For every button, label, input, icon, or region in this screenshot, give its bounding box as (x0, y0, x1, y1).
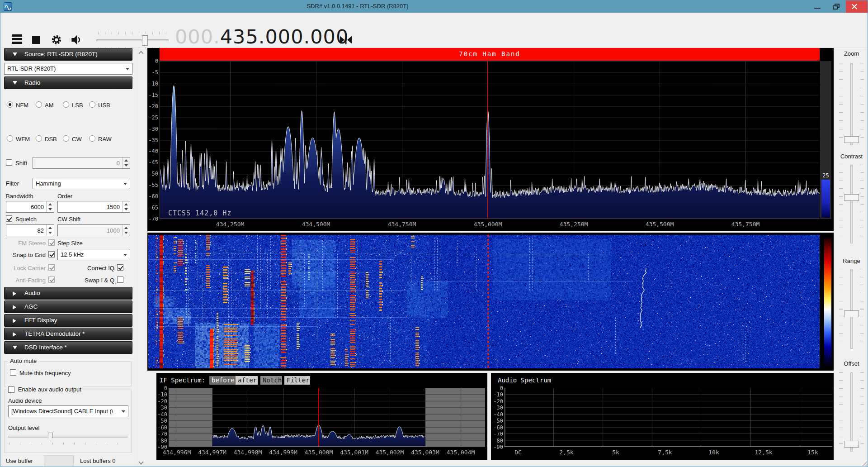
audio-device-label: Audio device (8, 397, 42, 404)
mode-radio-usb[interactable] (89, 101, 95, 108)
if-toggle-before[interactable]: before (209, 376, 236, 385)
center-tune-button[interactable] (340, 35, 352, 45)
lock-carrier-label: Lock Carrier (6, 265, 46, 272)
if-toggle-filter[interactable]: Filter (284, 376, 310, 385)
zoom-slider-thumb[interactable] (844, 136, 859, 143)
y-axis-label: -50 (147, 171, 158, 177)
settings-button[interactable] (51, 34, 62, 46)
rf-spectrum-canvas[interactable] (160, 61, 820, 219)
output-level-thumb[interactable] (48, 433, 53, 441)
enable-aux-checkbox[interactable] (8, 386, 14, 393)
x-axis-label: 435,750M (725, 221, 766, 228)
if-toggle-notch[interactable]: Notch (260, 376, 282, 385)
source-device-select[interactable]: RTL-SDR (R820T) (4, 63, 132, 75)
section-header-fft-display[interactable]: FFT Display (4, 314, 132, 327)
squelch-checkbox[interactable] (6, 215, 12, 222)
stop-button[interactable] (32, 36, 40, 44)
offset-slider-track[interactable] (850, 372, 853, 452)
mute-frequency-checkbox[interactable] (10, 369, 16, 376)
volume-thumb[interactable] (142, 35, 148, 46)
signal-meter: 25 (820, 61, 831, 219)
mode-radio-cw[interactable] (63, 135, 69, 142)
x-axis-label: 435,003M (405, 449, 446, 456)
swap-iq-checkbox[interactable] (117, 276, 123, 283)
mode-radio-wfm[interactable] (7, 135, 13, 142)
band-plan-label: 70cm Ham Band (160, 50, 820, 57)
mode-radio-dsb[interactable] (36, 135, 42, 142)
shift-checkbox[interactable] (6, 159, 12, 166)
waterfall-canvas[interactable] (148, 235, 820, 368)
mode-radio-lsb[interactable] (63, 101, 69, 108)
order-input[interactable]: 1500 (57, 201, 130, 213)
frequency-display[interactable]: 000.435.000.000 (175, 25, 349, 50)
mute-button[interactable] (71, 33, 84, 46)
scroll-up-icon[interactable] (138, 51, 143, 56)
minimize-button[interactable] (808, 0, 827, 13)
mode-radio-nfm[interactable] (7, 101, 13, 108)
menu-button[interactable] (12, 34, 24, 46)
contrast-slider-thumb[interactable] (844, 194, 859, 201)
frequency-value: 435.000.000 (220, 25, 349, 48)
x-axis-label: 434,500M (296, 221, 336, 228)
volume-ticks (98, 32, 167, 34)
section-header-tetra-demodulator[interactable]: TETRA Demodulator * (4, 328, 132, 340)
mode-label-cw: CW (72, 136, 82, 143)
y-axis-label: -20 (156, 398, 167, 405)
order-label: Order (57, 193, 72, 200)
correct-iq-checkbox[interactable] (117, 264, 123, 271)
if-spectrum-canvas[interactable] (169, 388, 485, 447)
restore-button[interactable] (827, 0, 846, 13)
resize-grip[interactable] (861, 460, 867, 466)
audio-device-select[interactable]: [Windows DirectSound] CABLE Input (\ (8, 405, 128, 417)
y-axis-label: -40 (156, 411, 167, 418)
mode-radio-raw[interactable] (89, 135, 95, 142)
squelch-input[interactable]: 82 (6, 224, 54, 236)
spinner-buttons[interactable] (122, 157, 130, 168)
use-buffer-box[interactable] (44, 455, 74, 466)
output-level-track[interactable] (8, 436, 127, 438)
y-axis-label: -45 (147, 159, 158, 166)
anti-fading-checkbox (48, 276, 55, 283)
y-axis-label: -40 (492, 411, 503, 418)
close-button[interactable] (846, 0, 868, 13)
y-axis-label: -20 (492, 398, 503, 405)
fm-stereo-label: FM Stereo (6, 240, 46, 247)
y-axis-label: -80 (492, 438, 503, 444)
app-icon (4, 2, 12, 11)
section-header-radio[interactable]: Radio (4, 76, 132, 89)
auto-mute-groupbox: Auto mute Mute this frequency (4, 361, 132, 386)
section-header-audio[interactable]: Audio (4, 287, 132, 300)
y-axis-label: -30 (147, 126, 158, 132)
zoom-slider-track[interactable] (850, 63, 853, 145)
expand-icon (13, 332, 16, 337)
offset-slider-ticks (860, 372, 864, 452)
title-bar: SDR# v1.0.0.1491 - RTL-SDR (R820T) (0, 0, 868, 13)
cw-shift-input[interactable]: 1000 (57, 224, 130, 236)
audio-spectrum-canvas[interactable] (504, 388, 832, 447)
scroll-down-icon[interactable] (138, 459, 143, 464)
filter-select[interactable]: Hamming (33, 178, 130, 189)
section-header-agc[interactable]: AGC (4, 300, 132, 313)
sidebar-scrollbar[interactable] (137, 48, 145, 467)
mode-radio-am[interactable] (36, 101, 42, 108)
contrast-slider-track[interactable] (850, 165, 853, 243)
range-slider-thumb[interactable] (844, 310, 859, 317)
sidebar: Source: RTL-SDR (R820T) RTL-SDR (R820T) … (0, 48, 145, 467)
expand-icon (13, 305, 16, 310)
x-axis-label: 435,500M (639, 221, 680, 228)
section-header-dsd-interface[interactable]: DSD Interface * (4, 341, 132, 354)
shift-input[interactable]: 0 (33, 157, 130, 169)
range-slider-track[interactable] (850, 269, 853, 349)
step-size-select[interactable]: 12.5 kHz (57, 249, 130, 260)
snap-to-grid-checkbox[interactable] (48, 251, 55, 257)
zoom-slider-ticks (860, 63, 864, 145)
section-header-source[interactable]: Source: RTL-SDR (R820T) (4, 48, 132, 61)
bandwidth-input[interactable]: 6000 (6, 201, 54, 213)
offset-slider-thumb[interactable] (844, 441, 859, 448)
chevron-down-icon (123, 254, 127, 256)
use-buffer-label: Use buffer (6, 457, 33, 464)
expand-icon (13, 319, 16, 323)
volume-track[interactable] (96, 39, 169, 41)
if-toggle-after[interactable]: after (236, 376, 258, 385)
zoom-slider-ticks (839, 63, 843, 145)
